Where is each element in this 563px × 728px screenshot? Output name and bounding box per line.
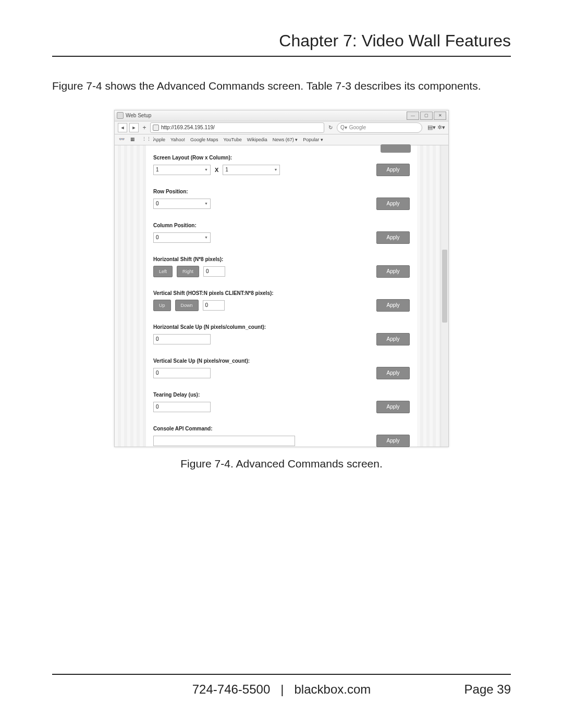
form-panel: Screen Layout (Row x Column): 1▼ X 1▼ Ap… [146,145,417,447]
api-command-label: Console API Command: [153,426,410,431]
row-select[interactable]: 1▼ [153,165,211,175]
settings-icon[interactable]: ✲▾ [437,124,445,131]
apply-button[interactable]: Apply [376,367,410,379]
chapter-title: Chapter 7: Video Wall Features [52,31,511,57]
page-footer: 724-746-5500 | blackbox.com Page 39 [52,674,511,697]
footer-sep: | [280,682,284,696]
v-scale-input[interactable]: 0 [153,368,211,378]
reload-button[interactable]: ↻ [326,124,335,132]
minimize-button[interactable]: — [407,112,419,120]
forward-button[interactable]: ► [129,123,139,132]
window-titlebar: Web Setup — ▢ ✕ [115,110,448,121]
column-position-select[interactable]: 0▼ [153,232,211,243]
bookmark-item[interactable]: Wikipedia [247,137,267,142]
grid-icon[interactable]: ⋮⋮⋮ [142,137,148,143]
window-title: Web Setup [126,113,151,118]
h-scale-label: Horizontal Scale Up (N pixels/column_cou… [153,324,410,330]
h-shift-label: Horizontal Shift (N*8 pixels): [153,256,410,262]
advanced-commands-screenshot: Web Setup — ▢ ✕ ◄ ► + http://169.254.195… [114,110,449,447]
down-button[interactable]: Down [175,300,199,311]
url-text: http://169.254.195.119/ [161,125,215,130]
apply-button[interactable]: Apply [376,435,410,447]
api-command-input[interactable] [153,436,295,446]
column-select[interactable]: 1▼ [223,165,280,175]
h-scale-input[interactable]: 0 [153,334,211,344]
bookmark-item[interactable]: News (67) ▾ [273,137,298,142]
tearing-delay-label: Tearing Delay (us): [153,392,410,398]
page-menu-icon[interactable]: ▤▾ [427,124,436,131]
back-button[interactable]: ◄ [118,123,127,132]
bookmark-item[interactable]: Apple [153,137,165,142]
maximize-button[interactable]: ▢ [420,112,433,120]
bookmark-item[interactable]: Google Maps [190,137,218,142]
close-button[interactable]: ✕ [434,112,446,120]
url-bar[interactable]: http://169.254.195.119/ [150,122,324,133]
row-position-select[interactable]: 0▼ [153,199,211,209]
tearing-delay-input[interactable]: 0 [153,402,211,412]
apply-button[interactable]: Apply [376,164,410,176]
apply-button[interactable]: Apply [376,299,410,312]
bookmarks-bar: 👓 ▦ ⋮⋮⋮ Apple Yahoo! Google Maps YouTube… [115,134,448,145]
right-button[interactable]: Right [177,266,199,277]
bookmark-item[interactable]: Popular ▾ [303,137,323,142]
intro-text: Figure 7-4 shows the Advanced Commands s… [52,78,511,94]
search-placeholder: Google [349,125,366,130]
h-shift-input[interactable]: 0 [203,266,225,277]
top-button[interactable] [381,144,411,153]
scrollbar-thumb[interactable] [442,250,447,323]
bookmark-item[interactable]: YouTube [223,137,241,142]
reader-icon[interactable]: 👓 [119,137,125,143]
apply-button[interactable]: Apply [376,401,410,413]
footer-site: blackbox.com [295,682,371,696]
favicon-icon [117,112,124,119]
window-controls: — ▢ ✕ [407,112,446,120]
apply-button[interactable]: Apply [376,231,410,244]
search-bar[interactable]: Q▾ Google [337,122,422,133]
search-icon: Q▾ [340,125,347,130]
apply-button[interactable]: Apply [376,265,410,278]
v-shift-input[interactable]: 0 [203,300,225,311]
vertical-scrollbar[interactable] [440,145,448,447]
footer-phone: 724-746-5500 [192,682,270,696]
x-separator: X [215,167,218,173]
column-position-label: Column Position: [153,223,410,228]
apply-button[interactable]: Apply [376,198,410,210]
topsites-icon[interactable]: ▦ [130,137,137,143]
screen-layout-label: Screen Layout (Row x Column): [153,155,410,161]
v-scale-label: Vertical Scale Up (N pixels/row_count): [153,358,410,364]
new-tab-button[interactable]: + [141,124,148,131]
browser-toolbar: ◄ ► + http://169.254.195.119/ ↻ Q▾ Googl… [115,121,448,134]
v-shift-label: Vertical Shift (HOST:N pixels CLIENT:N*8… [153,290,410,296]
site-icon [153,125,159,131]
bookmark-item[interactable]: Yahoo! [170,137,185,142]
apply-button[interactable]: Apply [376,333,410,346]
up-button[interactable]: Up [153,300,171,311]
row-position-label: Row Position: [153,189,410,194]
left-button[interactable]: Left [153,266,173,277]
figure-caption: Figure 7-4. Advanced Commands screen. [52,458,511,470]
left-gutter [115,145,146,447]
